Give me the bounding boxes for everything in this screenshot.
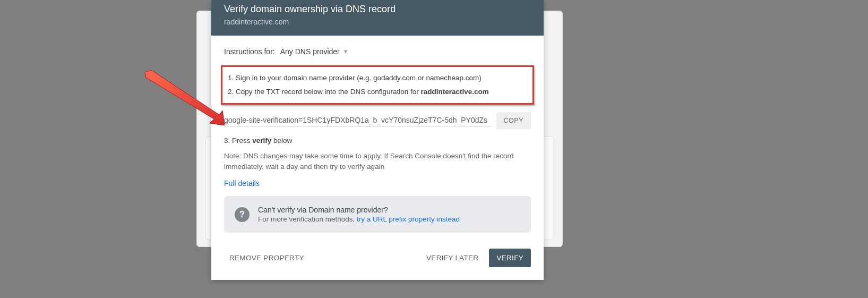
copy-button[interactable]: COPY bbox=[496, 112, 531, 129]
txt-record-input[interactable] bbox=[224, 114, 491, 127]
step-3-prefix: 3. Press bbox=[224, 137, 252, 144]
hint-content: Can't verify via Domain name provider? F… bbox=[258, 206, 460, 223]
step-1: 1. Sign in to your domain name provider … bbox=[228, 71, 527, 85]
dialog-title: Verify domain ownership via DNS record bbox=[224, 0, 531, 15]
txt-record-row: COPY bbox=[224, 112, 531, 129]
dns-provider-value: Any DNS provider bbox=[280, 47, 340, 56]
step-2-prefix: 2. Copy the TXT record below into the DN… bbox=[228, 88, 420, 96]
hint-box: ? Can't verify via Domain name provider?… bbox=[224, 196, 531, 233]
step-3-suffix: below bbox=[271, 137, 292, 144]
dialog-body: Instructions for: Any DNS provider ▼ 1. … bbox=[211, 36, 544, 238]
instructions-row: Instructions for: Any DNS provider ▼ bbox=[224, 47, 531, 56]
full-details-link[interactable]: Full details bbox=[224, 179, 260, 188]
remove-property-button[interactable]: REMOVE PROPERTY bbox=[224, 250, 310, 266]
dialog-domain: raddinteractive.com bbox=[224, 18, 531, 26]
verify-domain-dialog: Verify domain ownership via DNS record r… bbox=[211, 0, 544, 280]
dns-note: Note: DNS changes may take some time to … bbox=[224, 151, 531, 173]
dns-provider-select[interactable]: Any DNS provider ▼ bbox=[280, 47, 349, 56]
hint-text: For more verification methods, try a URL… bbox=[258, 215, 460, 223]
verify-later-button[interactable]: VERIFY LATER bbox=[421, 249, 484, 267]
verify-button[interactable]: VERIFY bbox=[489, 249, 531, 267]
highlighted-steps-box: 1. Sign in to your domain name provider … bbox=[221, 65, 534, 104]
caret-down-icon: ▼ bbox=[343, 48, 349, 55]
step-3-bold: verify bbox=[252, 137, 271, 144]
hint-text-prefix: For more verification methods, bbox=[258, 215, 357, 223]
url-prefix-link[interactable]: try a URL prefix property instead bbox=[357, 215, 460, 223]
dialog-footer: REMOVE PROPERTY VERIFY LATER VERIFY bbox=[211, 238, 544, 280]
step-3: 3. Press verify below bbox=[224, 137, 531, 144]
instructions-label: Instructions for: bbox=[224, 47, 275, 56]
help-icon: ? bbox=[235, 207, 250, 222]
step-2-domain: raddinteractive.com bbox=[420, 88, 488, 96]
step-2: 2. Copy the TXT record below into the DN… bbox=[228, 85, 527, 99]
hint-title: Can't verify via Domain name provider? bbox=[258, 206, 460, 214]
dialog-header: Verify domain ownership via DNS record r… bbox=[211, 0, 544, 36]
